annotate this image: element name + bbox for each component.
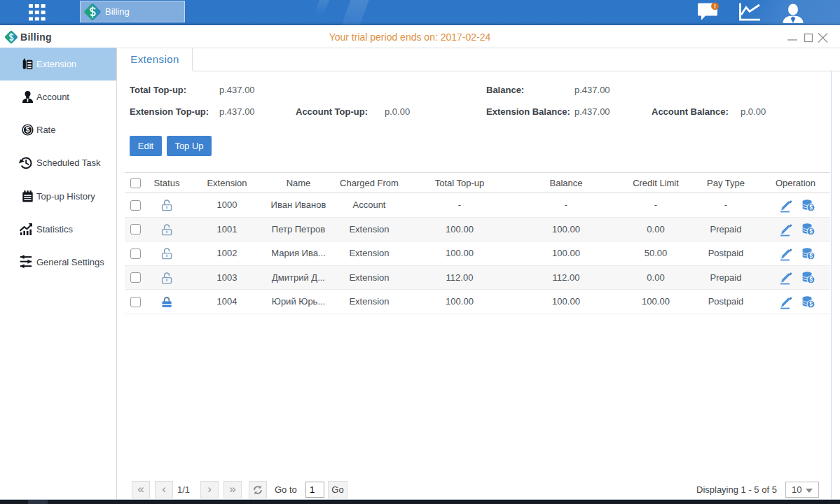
svg-text:$: $ (26, 126, 30, 134)
svg-text:!: ! (714, 3, 716, 10)
